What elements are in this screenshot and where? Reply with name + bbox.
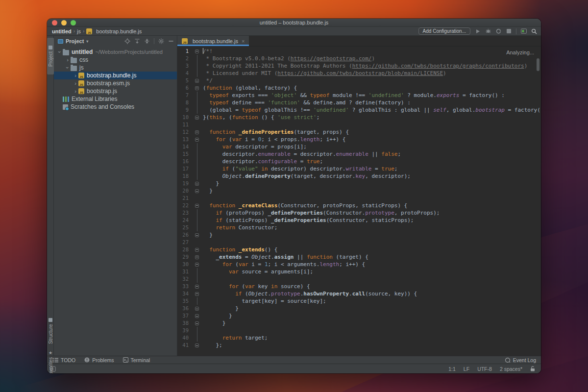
fold-gutter[interactable] (193, 136, 201, 143)
code-line[interactable]: 24 if (staticProps) _defineProperties(Co… (177, 217, 541, 224)
line-number[interactable]: 33 (177, 283, 193, 290)
line-number[interactable]: 31 (177, 268, 193, 275)
fold-gutter[interactable] (193, 209, 201, 217)
tab-close-icon[interactable]: × (242, 38, 245, 44)
line-number[interactable]: 1 (177, 48, 193, 55)
code-line[interactable]: 20 } (177, 187, 541, 195)
run-with-coverage-icon[interactable] (495, 28, 501, 34)
code-line[interactable]: 1/*! (177, 48, 541, 55)
tree-row[interactable]: ›css (54, 56, 177, 64)
tree-row[interactable]: External Libraries (54, 95, 177, 103)
fold-gutter[interactable] (193, 172, 201, 180)
fold-marker-icon[interactable] (195, 204, 199, 208)
code-line[interactable]: 9 (global = typeof globalThis !== 'undef… (177, 106, 541, 114)
editor-tab[interactable]: bootstrap.bundle.js× (177, 36, 249, 46)
code-line[interactable]: 5 */ (177, 77, 541, 84)
line-number[interactable]: 40 (177, 334, 193, 342)
tree-chevron-icon[interactable]: › (73, 73, 78, 78)
code-line[interactable]: 37 } (177, 312, 541, 319)
breadcrumb-item[interactable]: untitled (52, 28, 72, 34)
code-line[interactable]: 31 var source = arguments[i]; (177, 268, 541, 275)
chevron-down-icon[interactable]: ▾ (86, 39, 88, 44)
code-line[interactable]: 36 } (177, 305, 541, 312)
fold-gutter[interactable] (193, 327, 201, 334)
run-icon[interactable] (475, 28, 481, 34)
code-line[interactable]: 27 (177, 239, 541, 246)
fold-gutter[interactable] (193, 319, 201, 327)
breadcrumb-item[interactable]: js (77, 28, 81, 34)
project-panel-title[interactable]: Project (66, 38, 84, 44)
code-line[interactable]: 38 } (177, 319, 541, 327)
line-number[interactable]: 41 (177, 342, 193, 349)
line-number[interactable]: 37 (177, 312, 193, 319)
fold-gutter[interactable] (193, 297, 201, 305)
fold-gutter[interactable] (193, 231, 201, 239)
code-line[interactable]: 11 (177, 121, 541, 128)
fold-gutter[interactable] (193, 312, 201, 319)
close-window-button[interactable] (52, 20, 57, 25)
line-number[interactable]: 13 (177, 136, 193, 143)
hide-panel-icon[interactable] (168, 38, 174, 44)
line-number[interactable]: 12 (177, 128, 193, 136)
fold-gutter[interactable] (193, 239, 201, 246)
tree-row[interactable]: ›untitled~/WebstormProjects/untitled (54, 48, 177, 56)
fold-gutter[interactable] (193, 84, 201, 92)
search-everywhere-icon[interactable] (531, 28, 537, 34)
code-line[interactable]: 3 * Copyright 2011-2021 The Bootstrap Au… (177, 62, 541, 70)
fold-gutter[interactable] (193, 106, 201, 114)
line-number[interactable]: 10 (177, 114, 193, 121)
stripe-button-project[interactable]: Project (47, 38, 54, 74)
fold-marker-icon[interactable] (195, 307, 199, 311)
code-line[interactable]: 16 descriptor.configurable = true; (177, 158, 541, 165)
code-line[interactable]: 39 (177, 327, 541, 334)
line-number[interactable]: 20 (177, 187, 193, 195)
fold-marker-icon[interactable] (195, 314, 199, 318)
code-line[interactable]: 13 for (var i = 0; i < props.length; i++… (177, 136, 541, 143)
collapse-all-icon[interactable] (144, 38, 150, 44)
code-line[interactable]: 22 function _createClass(Constructor, pr… (177, 202, 541, 209)
code-line[interactable]: 26 } (177, 231, 541, 239)
fold-gutter[interactable] (193, 92, 201, 99)
fold-gutter[interactable] (193, 77, 201, 84)
tool-window-button-terminal[interactable]: Terminal (123, 357, 150, 363)
minimize-window-button[interactable] (61, 20, 67, 25)
line-number[interactable]: 38 (177, 319, 193, 327)
status-widget-caret-position[interactable]: 1:1 (448, 366, 456, 372)
tree-row[interactable]: ›bootstrap.bundle.js (54, 72, 177, 79)
fold-gutter[interactable] (193, 62, 201, 70)
line-number[interactable]: 28 (177, 246, 193, 253)
fold-marker-icon[interactable] (195, 49, 199, 53)
fold-marker-icon[interactable] (195, 116, 199, 120)
fold-gutter[interactable] (193, 55, 201, 62)
code-line[interactable]: 4 * Licensed under MIT (https://github.c… (177, 70, 541, 77)
line-number[interactable]: 29 (177, 253, 193, 261)
fold-gutter[interactable] (193, 99, 201, 106)
code-line[interactable]: 7 typeof exports === 'object' && typeof … (177, 92, 541, 99)
line-number[interactable]: 5 (177, 77, 193, 84)
code-line[interactable]: 32 (177, 275, 541, 283)
code-line[interactable]: 30 for (var i = 1; i < arguments.length;… (177, 261, 541, 268)
tree-chevron-icon[interactable]: › (65, 65, 71, 71)
line-number[interactable]: 23 (177, 209, 193, 217)
tree-row[interactable]: ›bootstrap.esm.js (54, 79, 177, 87)
fold-gutter[interactable] (193, 165, 201, 172)
tree-chevron-icon[interactable]: › (73, 80, 78, 86)
fold-gutter[interactable] (193, 202, 201, 209)
line-number[interactable]: 26 (177, 231, 193, 239)
title-bar[interactable]: untitled – bootstrap.bundle.js (47, 19, 541, 27)
add-configuration-button[interactable]: Add Configuration... (418, 27, 470, 35)
code-line[interactable]: 40 return target; (177, 334, 541, 342)
line-number[interactable]: 19 (177, 180, 193, 187)
fold-gutter[interactable] (193, 268, 201, 275)
line-number[interactable]: 4 (177, 70, 193, 77)
line-number[interactable]: 24 (177, 217, 193, 224)
fold-gutter[interactable] (193, 195, 201, 202)
line-number[interactable]: 30 (177, 261, 193, 268)
line-number[interactable]: 16 (177, 158, 193, 165)
fold-gutter[interactable] (193, 180, 201, 187)
stripe-button-favorites[interactable]: Favorites★ (47, 342, 54, 373)
code-line[interactable]: 29 _extends = Object.assign || function … (177, 253, 541, 261)
fold-marker-icon[interactable] (195, 255, 199, 259)
code-line[interactable]: 35 target[key] = source[key]; (177, 297, 541, 305)
fold-gutter[interactable] (193, 143, 201, 150)
